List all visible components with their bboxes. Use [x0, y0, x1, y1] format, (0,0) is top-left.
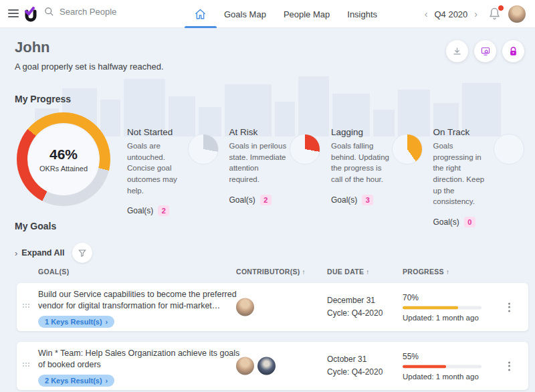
- key-results-pill[interactable]: 2 Keys Result(s) ›: [38, 375, 114, 387]
- hero-action-buttons: [446, 40, 524, 62]
- status-tiles: Not Started Goals are untouched. Concise…: [127, 127, 528, 227]
- donut-center-label: 46% OKRs Attained: [17, 112, 110, 206]
- column-header-goals: GOAL(S): [38, 268, 69, 276]
- status-description: Goals are untouched. Concise goal outcom…: [127, 140, 187, 196]
- column-header-progress[interactable]: PROGRESS: [403, 268, 449, 276]
- filter-funnel-icon: [78, 248, 87, 258]
- notifications-button[interactable]: [488, 7, 502, 21]
- chevron-right-icon: ›: [106, 318, 108, 326]
- goals-label: Goal(s): [127, 206, 153, 215]
- status-tile-on-track: On Track Goals progressing in the right …: [433, 127, 529, 227]
- okr-dashboard: Goals Map People Map Insights ‹ Q4 2020 …: [0, 0, 535, 392]
- status-tile-at-risk: At Risk Goals in perilous state. Immedia…: [229, 127, 325, 227]
- tab-insights[interactable]: Insights: [347, 9, 377, 19]
- okr-percent: 46%: [49, 146, 78, 163]
- contributor-avatars: [236, 298, 254, 316]
- page-title: John: [15, 39, 50, 56]
- expand-all-label: Expand All: [21, 248, 64, 258]
- row-kebab-menu[interactable]: [506, 301, 512, 314]
- app-logo[interactable]: [23, 6, 39, 22]
- status-tile-not-started: Not Started Goals are untouched. Concise…: [127, 127, 223, 227]
- chevron-right-icon: ›: [106, 377, 108, 385]
- filter-button[interactable]: [72, 243, 92, 263]
- due-date-cell: October 31 Cycle: Q4-2020: [327, 353, 383, 378]
- progress-cell: 55% Updated: 1 month ago: [403, 352, 490, 381]
- tab-people-map[interactable]: People Map: [284, 9, 330, 19]
- period-next-chevron-icon[interactable]: ›: [474, 9, 477, 19]
- my-goals-heading: My Goals: [15, 221, 56, 231]
- user-avatar[interactable]: [508, 5, 526, 23]
- goal-count-badge[interactable]: 3: [362, 195, 373, 205]
- due-date: October 31: [327, 353, 383, 366]
- status-tile-lagging: Lagging Goals falling behind. Updating t…: [331, 127, 427, 227]
- progress-percent: 70%: [403, 293, 490, 302]
- chevron-right-icon: ›: [15, 248, 17, 258]
- progress-bar: [403, 365, 481, 369]
- goal-title: Win * Team: Help Sales Organization achi…: [38, 348, 240, 371]
- key-results-label: 2 Keys Result(s): [45, 377, 102, 385]
- primary-tabs: Goals Map People Map Insights: [194, 0, 377, 28]
- column-header-due-date[interactable]: DUE DATE: [327, 268, 370, 276]
- cycle: Cycle: Q4-2020: [327, 307, 383, 320]
- period-selector[interactable]: Q4 2020: [434, 9, 467, 19]
- goal-row[interactable]: Win * Team: Help Sales Organization achi…: [17, 342, 528, 390]
- goal-count-badge[interactable]: 0: [464, 217, 475, 227]
- people-search: [44, 7, 167, 17]
- progress-bar-fill: [403, 365, 446, 369]
- on-track-pie-icon: [494, 134, 524, 165]
- notification-badge: [498, 5, 504, 11]
- progress-percent: 55%: [403, 352, 490, 361]
- at-risk-pie-icon: [290, 134, 320, 165]
- drag-handle[interactable]: [23, 363, 31, 368]
- updated-label: Updated: 1 month ago: [403, 314, 490, 322]
- search-input[interactable]: [60, 7, 167, 17]
- presentation-settings-button[interactable]: [474, 40, 496, 62]
- goal-main: Build our Service capabilities to become…: [38, 289, 240, 328]
- drag-handle[interactable]: [23, 304, 31, 309]
- download-icon: [452, 46, 462, 56]
- download-button[interactable]: [446, 40, 468, 62]
- goal-main: Win * Team: Help Sales Organization achi…: [38, 348, 240, 387]
- goals-label: Goal(s): [331, 195, 357, 205]
- due-date: December 31: [327, 294, 383, 307]
- lock-button[interactable]: [502, 40, 524, 62]
- column-header-contributors[interactable]: CONTRIBUTOR(S): [236, 268, 306, 276]
- updated-label: Updated: 1 month ago: [403, 373, 490, 381]
- due-date-cell: December 31 Cycle: Q4-2020: [327, 294, 383, 319]
- topbar-right: ‹ Q4 2020 ›: [425, 0, 526, 28]
- okr-caption: OKRs Attained: [39, 165, 88, 173]
- active-tab-underline: [185, 26, 217, 28]
- contributor-avatar: [257, 357, 276, 375]
- hamburger-menu-icon[interactable]: [8, 9, 19, 18]
- presentation-gear-icon: [480, 46, 491, 56]
- key-results-label: 1 Keys Result(s): [45, 318, 102, 326]
- contributor-avatars: [236, 357, 276, 375]
- key-results-pill[interactable]: 1 Keys Result(s) ›: [38, 316, 114, 328]
- contributor-avatar: [236, 298, 254, 316]
- expand-all-button[interactable]: › Expand All: [15, 248, 64, 258]
- goals-label: Goal(s): [229, 195, 255, 205]
- goal-count-badge[interactable]: 2: [260, 195, 272, 205]
- home-icon: [194, 8, 207, 21]
- status-description: Goals falling behind. Updating the progr…: [331, 140, 391, 185]
- cycle: Cycle: Q4-2020: [327, 366, 383, 379]
- contributor-avatar: [236, 357, 254, 375]
- goals-label: Goal(s): [433, 217, 459, 227]
- period-prev-chevron-icon[interactable]: ‹: [425, 9, 428, 19]
- status-description: Goals progressing in the right direction…: [433, 140, 494, 207]
- quote-subtitle: A goal properly set is halfway reached.: [15, 62, 164, 72]
- progress-bar: [403, 306, 481, 310]
- goals-toolbar: › Expand All: [15, 243, 92, 263]
- goal-row[interactable]: Build our Service capabilities to become…: [17, 283, 528, 331]
- goal-title: Build our Service capabilities to become…: [38, 289, 240, 312]
- my-progress-heading: My Progress: [15, 94, 71, 104]
- goal-count-badge[interactable]: 2: [158, 205, 169, 216]
- goals-table-header: GOAL(S) CONTRIBUTOR(S) DUE DATE PROGRESS: [0, 268, 535, 278]
- lock-icon: [508, 46, 518, 57]
- tab-goals-map[interactable]: Goals Map: [224, 9, 266, 19]
- progress-cell: 70% Updated: 1 month ago: [403, 293, 490, 322]
- search-icon: [44, 7, 54, 17]
- tab-home[interactable]: [194, 0, 207, 28]
- row-kebab-menu[interactable]: [506, 360, 512, 373]
- progress-bar-fill: [403, 306, 458, 310]
